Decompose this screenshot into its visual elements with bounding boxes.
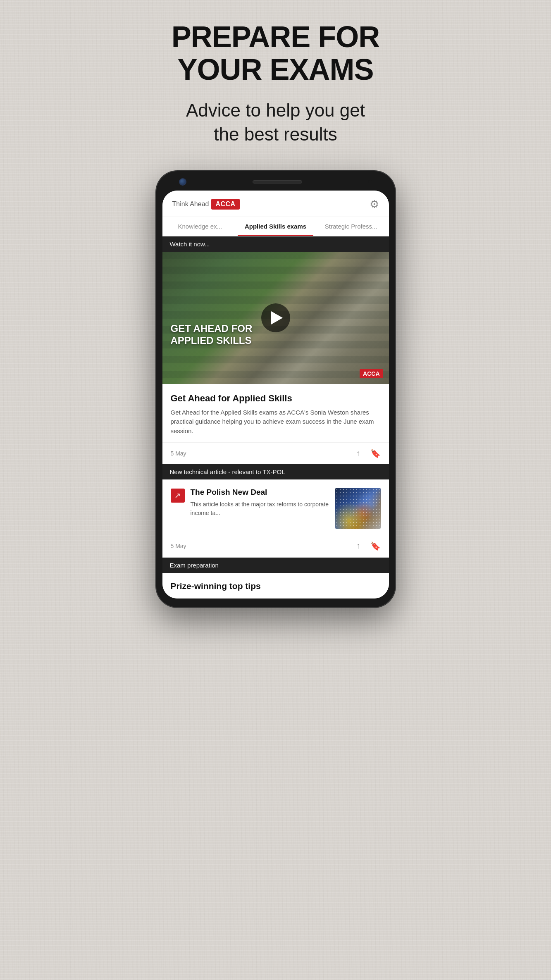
subheadline-line2: the best results bbox=[186, 122, 365, 146]
video-actions: ↑ 🔖 bbox=[356, 448, 381, 458]
tab-bar: Knowledge ex... Applied Skills exams Str… bbox=[162, 217, 389, 236]
app-header: Think Ahead ACCA ⚙ bbox=[162, 191, 389, 217]
video-overlay-text: GET AHEAD FOR APPLIED SKILLS bbox=[171, 323, 253, 347]
article-date: 5 May bbox=[171, 543, 186, 549]
bookmark-button[interactable]: 🔖 bbox=[370, 448, 381, 458]
article-card[interactable]: ↗ The Polish New Deal This article looks… bbox=[162, 480, 389, 557]
phone-camera bbox=[179, 178, 186, 186]
phone-speaker bbox=[253, 180, 302, 184]
play-button[interactable] bbox=[261, 303, 290, 332]
phone-dot bbox=[368, 180, 372, 184]
article-text: The Polish New Deal This article looks a… bbox=[191, 488, 329, 517]
phone-screen: Think Ahead ACCA ⚙ Knowledge ex... Appli… bbox=[162, 191, 389, 599]
acca-watermark: ACCA bbox=[360, 369, 383, 378]
tab-knowledge-exams[interactable]: Knowledge ex... bbox=[162, 217, 238, 236]
headline-line1: PREPARE FOR bbox=[172, 21, 380, 53]
article-thumbnail bbox=[335, 488, 381, 529]
article-description: This article looks at the major tax refo… bbox=[191, 500, 329, 517]
video-content-card: Get Ahead for Applied Skills Get Ahead f… bbox=[162, 384, 389, 443]
article-title: The Polish New Deal bbox=[191, 488, 329, 497]
video-card-footer: 5 May ↑ 🔖 bbox=[162, 442, 389, 464]
article-bookmark-button[interactable]: 🔖 bbox=[370, 541, 381, 551]
tab-applied-skills[interactable]: Applied Skills exams bbox=[238, 217, 313, 236]
headline: PREPARE FOR YOUR EXAMS bbox=[172, 21, 380, 86]
dots-overlay bbox=[335, 488, 381, 529]
prize-title: Prize-winning top tips bbox=[171, 581, 381, 591]
article-actions: ↑ 🔖 bbox=[356, 541, 381, 551]
watch-banner: Watch it now... bbox=[162, 236, 389, 252]
logo-text: Think Ahead bbox=[172, 200, 209, 208]
article-footer: 5 May ↑ 🔖 bbox=[162, 535, 389, 557]
app-logo: Think Ahead ACCA bbox=[172, 199, 240, 210]
acca-logo-badge: ACCA bbox=[211, 199, 239, 210]
video-date: 5 May bbox=[171, 450, 186, 457]
play-icon bbox=[271, 311, 283, 324]
article-share-button[interactable]: ↑ bbox=[356, 541, 360, 551]
article-banner: New technical article - relevant to TX-P… bbox=[162, 464, 389, 479]
phone-top-bar bbox=[162, 178, 389, 186]
phone-shell: Think Ahead ACCA ⚙ Knowledge ex... Appli… bbox=[156, 171, 396, 608]
share-button[interactable]: ↑ bbox=[356, 448, 360, 458]
video-title: Get Ahead for Applied Skills bbox=[171, 393, 381, 404]
exam-prep-banner: Exam preparation bbox=[162, 558, 389, 573]
video-card[interactable]: GET AHEAD FOR APPLIED SKILLS ACCA bbox=[162, 252, 389, 384]
article-inner: ↗ The Polish New Deal This article looks… bbox=[162, 480, 389, 535]
settings-button[interactable]: ⚙ bbox=[370, 198, 379, 211]
prize-card[interactable]: Prize-winning top tips bbox=[162, 573, 389, 598]
phone-device: Think Ahead ACCA ⚙ Knowledge ex... Appli… bbox=[156, 171, 396, 608]
external-link-icon: ↗ bbox=[171, 489, 185, 503]
subheadline: Advice to help you get the best results bbox=[186, 98, 365, 145]
subheadline-line1: Advice to help you get bbox=[186, 98, 365, 122]
tab-strategic-professional[interactable]: Strategic Profess... bbox=[313, 217, 389, 236]
video-description: Get Ahead for the Applied Skills exams a… bbox=[171, 408, 381, 436]
headline-line2: YOUR EXAMS bbox=[172, 53, 380, 86]
